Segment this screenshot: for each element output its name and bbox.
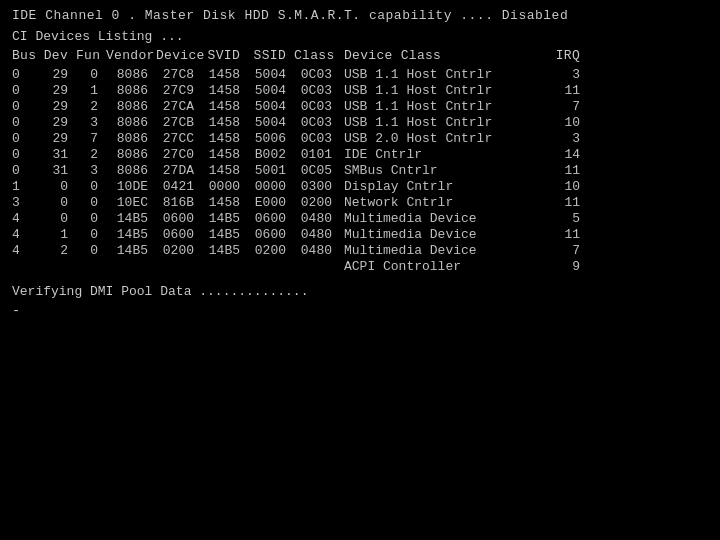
cell-vendor: 8086 [106, 131, 156, 146]
cell-svid: 1458 [202, 99, 248, 114]
cell-svid: 1458 [202, 131, 248, 146]
table-row: 0 29 0 8086 27C8 1458 5004 0C03 USB 1.1 … [12, 67, 708, 82]
cell-irq: 9 [540, 259, 580, 274]
cell-bus: 0 [12, 67, 40, 82]
cell-bus: 0 [12, 131, 40, 146]
cell-dev: 29 [40, 67, 76, 82]
cell-dev: 0 [40, 211, 76, 226]
cell-vendor: 10DE [106, 179, 156, 194]
cell-device: 27CB [156, 115, 202, 130]
cell-ssid: 5001 [248, 163, 294, 178]
col-header-vendor: Vendor [106, 48, 156, 63]
cell-device: 27DA [156, 163, 202, 178]
cell-fun [76, 259, 106, 274]
col-header-irq: IRQ [540, 48, 580, 63]
cell-class: 0480 [294, 227, 340, 242]
cell-vendor: 8086 [106, 163, 156, 178]
cell-class: 0C03 [294, 99, 340, 114]
cell-bus [12, 259, 40, 274]
cell-fun: 0 [76, 195, 106, 210]
cell-class: 0480 [294, 211, 340, 226]
cell-dev: 2 [40, 243, 76, 258]
cell-class: 0C03 [294, 131, 340, 146]
cell-ssid: 0000 [248, 179, 294, 194]
cell-bus: 0 [12, 147, 40, 162]
cell-device: 27C9 [156, 83, 202, 98]
cell-vendor: 14B5 [106, 211, 156, 226]
cell-ssid: 0200 [248, 243, 294, 258]
top-message: IDE Channel 0 . Master Disk HDD S.M.A.R.… [12, 8, 708, 23]
table-row: 0 31 3 8086 27DA 1458 5001 0C05 SMBus Cn… [12, 163, 708, 178]
col-header-fun: Fun [76, 48, 106, 63]
cell-bus: 0 [12, 83, 40, 98]
cell-fun: 0 [76, 211, 106, 226]
cell-irq: 5 [540, 211, 580, 226]
cell-device: 0600 [156, 211, 202, 226]
table-row: ACPI Controller 9 [12, 259, 708, 274]
cell-device: 27CA [156, 99, 202, 114]
cell-irq: 7 [540, 243, 580, 258]
cell-bus: 0 [12, 163, 40, 178]
table-row: 4 1 0 14B5 0600 14B5 0600 0480 Multimedi… [12, 227, 708, 242]
cell-device [156, 259, 202, 274]
cell-class: 0200 [294, 195, 340, 210]
cell-dev: 0 [40, 179, 76, 194]
cell-devclass: Display Cntrlr [340, 179, 540, 194]
table-row: 1 0 0 10DE 0421 0000 0000 0300 Display C… [12, 179, 708, 194]
cell-fun: 0 [76, 227, 106, 242]
cell-fun: 0 [76, 179, 106, 194]
cell-irq: 10 [540, 115, 580, 130]
col-header-class: Class [294, 48, 340, 63]
cell-devclass: Multimedia Device [340, 243, 540, 258]
cell-devclass: USB 1.1 Host Cntrlr [340, 67, 540, 82]
cell-fun: 7 [76, 131, 106, 146]
cell-ssid: 5004 [248, 67, 294, 82]
cell-vendor: 14B5 [106, 227, 156, 242]
cell-ssid [248, 259, 294, 274]
cell-vendor: 8086 [106, 99, 156, 114]
cell-irq: 11 [540, 83, 580, 98]
cell-class: 0101 [294, 147, 340, 162]
cell-fun: 0 [76, 243, 106, 258]
cell-devclass: USB 1.1 Host Cntrlr [340, 99, 540, 114]
cell-dev: 29 [40, 131, 76, 146]
section-title: CI Devices Listing ... [12, 29, 708, 44]
cell-ssid: E000 [248, 195, 294, 210]
cell-bus: 4 [12, 243, 40, 258]
cell-vendor [106, 259, 156, 274]
col-header-devclass: Device Class [340, 48, 540, 63]
cell-class: 0300 [294, 179, 340, 194]
cell-devclass: SMBus Cntrlr [340, 163, 540, 178]
table-header: Bus Dev Fun Vendor Device SVID SSID Clas… [12, 48, 708, 63]
cell-svid: 1458 [202, 163, 248, 178]
cell-devclass: USB 1.1 Host Cntrlr [340, 115, 540, 130]
cell-svid [202, 259, 248, 274]
cell-ssid: B002 [248, 147, 294, 162]
cell-fun: 2 [76, 99, 106, 114]
col-header-dev: Dev [40, 48, 76, 63]
table-row: 4 0 0 14B5 0600 14B5 0600 0480 Multimedi… [12, 211, 708, 226]
cell-device: 0421 [156, 179, 202, 194]
cell-devclass: USB 2.0 Host Cntrlr [340, 131, 540, 146]
cell-bus: 4 [12, 211, 40, 226]
cell-devclass: Multimedia Device [340, 227, 540, 242]
cursor: - [12, 303, 708, 318]
cell-fun: 2 [76, 147, 106, 162]
cell-ssid: 5006 [248, 131, 294, 146]
cell-dev: 29 [40, 99, 76, 114]
col-header-device: Device [156, 48, 202, 63]
cell-device: 0200 [156, 243, 202, 258]
cell-svid: 14B5 [202, 243, 248, 258]
cell-fun: 1 [76, 83, 106, 98]
cell-irq: 3 [540, 131, 580, 146]
table-row: 4 2 0 14B5 0200 14B5 0200 0480 Multimedi… [12, 243, 708, 258]
cell-devclass: ACPI Controller [340, 259, 540, 274]
cell-class: 0C03 [294, 83, 340, 98]
cell-svid: 1458 [202, 195, 248, 210]
cell-vendor: 10EC [106, 195, 156, 210]
cell-dev: 1 [40, 227, 76, 242]
col-header-ssid: SSID [248, 48, 294, 63]
cell-vendor: 8086 [106, 67, 156, 82]
cell-fun: 3 [76, 115, 106, 130]
cell-svid: 1458 [202, 83, 248, 98]
